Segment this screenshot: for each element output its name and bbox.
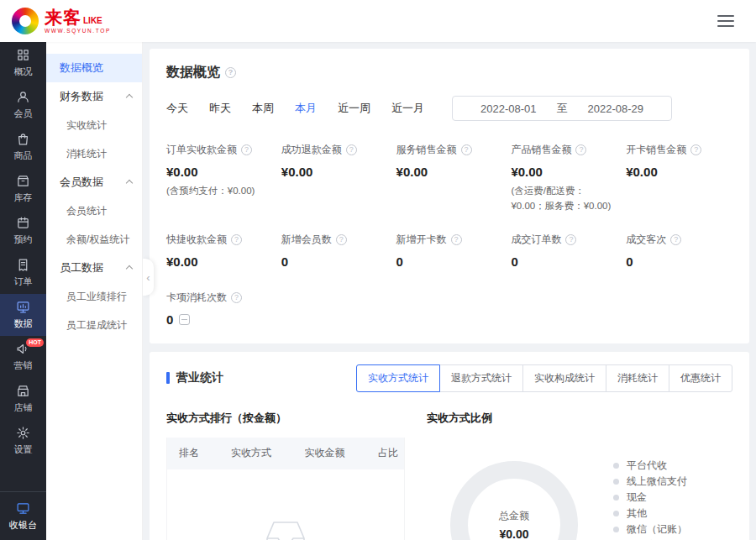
stat-card-consume-count: 卡项消耗次数 0: [166, 291, 273, 327]
chevron-up-icon: [126, 94, 133, 101]
stats-tabs: 实收方式统计 退款方式统计 实收构成统计 消耗统计 优惠统计: [356, 364, 732, 392]
logo-icon: [12, 8, 39, 34]
sidebar-item-cashier[interactable]: 收银台: [0, 491, 46, 540]
legend-item[interactable]: 平台代收: [613, 458, 698, 474]
legend-item[interactable]: 其他: [613, 506, 698, 522]
sidebar-item-label: 商品: [14, 149, 33, 162]
stat-value: ¥0.00: [166, 165, 273, 179]
page-title-row: 数据概览: [166, 64, 732, 81]
submenu-group-staff-data[interactable]: 员工数据: [46, 254, 142, 282]
tab-income-composition[interactable]: 实收构成统计: [522, 364, 606, 392]
help-icon[interactable]: [461, 144, 472, 155]
sidebar-item-label: 营销: [14, 359, 33, 372]
sidebar-item-settings[interactable]: 设置: [0, 420, 46, 462]
chevron-up-icon: [126, 180, 133, 186]
sidebar-collapse-handle[interactable]: ‹: [143, 259, 154, 296]
stat-value: 0: [626, 254, 732, 269]
filter-this-week[interactable]: 本周: [252, 101, 274, 116]
sidebar-item-data[interactable]: 数据: [0, 294, 46, 336]
sidebar-item-appointments[interactable]: 预约: [0, 210, 46, 252]
submenu-item-staff-ranking[interactable]: 员工业绩排行: [46, 282, 142, 311]
legend-dot-icon: [613, 463, 619, 469]
help-icon[interactable]: [670, 234, 681, 245]
legend-item[interactable]: 支付宝（记账）: [613, 537, 698, 540]
filter-today[interactable]: 今天: [166, 101, 188, 116]
sidebar-item-label: 库存: [14, 191, 33, 204]
monitor-icon: [16, 501, 30, 516]
help-icon[interactable]: [231, 234, 242, 245]
help-icon[interactable]: [346, 144, 357, 155]
submenu-item-data-overview[interactable]: 数据概览: [46, 54, 142, 82]
filter-last-30-days[interactable]: 近一月: [391, 101, 424, 116]
sidebar-item-marketing[interactable]: HOT 营销: [0, 336, 46, 378]
help-icon[interactable]: [241, 144, 252, 155]
sidebar-item-label: 订单: [14, 275, 33, 288]
sidebar-item-orders[interactable]: 订单: [0, 252, 46, 294]
sidebar-item-shop[interactable]: 店铺: [0, 378, 46, 420]
legend-item[interactable]: 线上微信支付: [613, 474, 698, 490]
filter-this-month[interactable]: 本月: [295, 101, 317, 116]
submenu-group-member-data[interactable]: 会员数据: [46, 168, 142, 197]
sidebar-item-label: 预约: [14, 233, 33, 246]
filter-yesterday[interactable]: 昨天: [209, 101, 231, 116]
help-icon[interactable]: [451, 234, 462, 245]
business-stats-title: 营业统计: [176, 370, 223, 385]
stat-card-sales: 开卡销售金额 ¥0.00: [626, 143, 732, 214]
help-icon[interactable]: [690, 144, 701, 155]
logo-url: WWW.SQYUN.TOP: [45, 29, 111, 34]
submenu-label: 消耗统计: [66, 147, 107, 161]
help-icon[interactable]: [336, 234, 347, 245]
stat-order-income: 订单实收款金额 ¥0.00 (含预约支付：¥0.00): [166, 143, 273, 214]
legend-item[interactable]: 微信（记账）: [613, 522, 698, 537]
submenu-group-finance[interactable]: 财务数据: [46, 82, 142, 111]
stat-label: 产品销售金额: [511, 143, 571, 157]
help-icon[interactable]: [225, 67, 236, 78]
column-header-ratio: 占比: [366, 446, 404, 460]
sidebar-item-products[interactable]: 商品: [0, 126, 46, 168]
submenu-item-staff-commission[interactable]: 员工提成统计: [46, 311, 142, 339]
submenu-item-consume-stats[interactable]: 消耗统计: [46, 139, 142, 168]
tab-consume-stats[interactable]: 消耗统计: [606, 364, 669, 392]
business-stats-body: 实收方式排行（按金额） 排名 实收方式 实收金额 占比: [150, 402, 749, 540]
help-icon[interactable]: [565, 234, 576, 245]
income-ratio-section: 实收方式比例 总金额 ¥0.00 平台代收 线上微信支付 现金: [427, 404, 732, 540]
date-separator: 至: [557, 101, 568, 116]
date-filter-row: 今天 昨天 本周 本月 近一周 近一月 2022-08-01 至 2022-08…: [166, 96, 732, 121]
date-range-input[interactable]: 2022-08-01 至 2022-08-29: [452, 96, 672, 121]
legend-label: 现金: [627, 490, 647, 505]
tab-income-method[interactable]: 实收方式统计: [356, 364, 440, 392]
tab-refund-method[interactable]: 退款方式统计: [439, 364, 523, 392]
logo[interactable]: 来客 LIKE WWW.SQYUN.TOP: [12, 8, 111, 34]
gear-icon: [16, 426, 30, 440]
stat-label: 成交客次: [626, 233, 666, 247]
tab-discount-stats[interactable]: 优惠统计: [669, 364, 732, 392]
stat-service-sales: 服务销售金额 ¥0.00: [396, 143, 503, 214]
empty-state: 暂无数据: [167, 469, 404, 540]
menu-icon[interactable]: [714, 12, 738, 30]
page-title: 数据概览: [166, 64, 220, 81]
help-icon[interactable]: [231, 292, 242, 303]
logo-sub-text: LIKE: [83, 17, 102, 25]
submenu-item-income-stats[interactable]: 实收统计: [46, 111, 142, 139]
filter-last-7-days[interactable]: 近一周: [338, 101, 370, 116]
stats-row-1: 订单实收款金额 ¥0.00 (含预约支付：¥0.00) 成功退款金额 ¥0.00…: [166, 143, 732, 214]
help-icon[interactable]: [575, 144, 586, 155]
legend-dot-icon: [613, 527, 619, 532]
business-stats-card: 营业统计 实收方式统计 退款方式统计 实收构成统计 消耗统计 优惠统计 实收方式…: [150, 352, 749, 540]
income-ranking-section: 实收方式排行（按金额） 排名 实收方式 实收金额 占比: [166, 404, 427, 540]
submenu-label: 员工数据: [60, 260, 103, 275]
pie-chart-wrap: 总金额 ¥0.00 平台代收 线上微信支付 现金 其他 微信（记账） 支付宝（记…: [427, 438, 732, 540]
sidebar-item-overview[interactable]: 概况: [0, 42, 46, 84]
stat-value: 0: [396, 254, 503, 269]
legend-label: 线上微信支付: [627, 474, 687, 489]
legend-item[interactable]: 现金: [613, 490, 698, 506]
business-stats-header: 营业统计 实收方式统计 退款方式统计 实收构成统计 消耗统计 优惠统计: [150, 352, 749, 402]
submenu-label: 员工业绩排行: [66, 290, 127, 304]
sidebar-item-inventory[interactable]: 库存: [0, 168, 46, 210]
detail-icon[interactable]: [179, 314, 190, 325]
sidebar-item-members[interactable]: 会员: [0, 84, 46, 126]
submenu-item-member-stats[interactable]: 会员统计: [46, 197, 142, 225]
submenu-label: 财务数据: [60, 89, 103, 104]
column-header-amount: 实收金额: [292, 446, 365, 460]
submenu-item-balance-stats[interactable]: 余额/权益统计: [46, 225, 142, 254]
